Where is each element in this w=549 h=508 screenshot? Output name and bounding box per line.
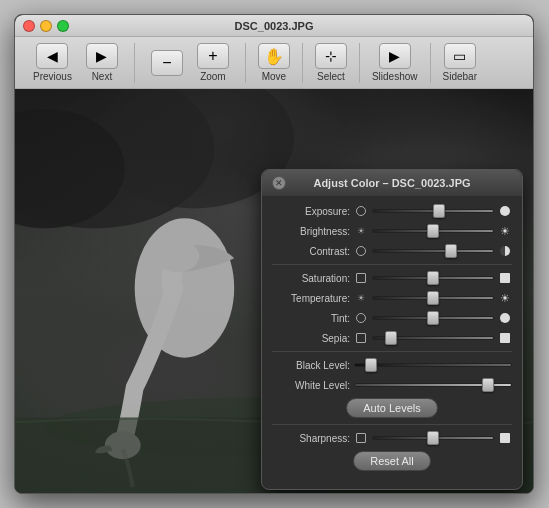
zoom-group: − + Zoom <box>145 39 235 86</box>
zoom-in-icon: + <box>197 43 229 69</box>
black-level-label: Black Level: <box>272 360 350 371</box>
separator-3 <box>302 43 303 83</box>
select-button[interactable]: ⊹ Select <box>309 39 353 86</box>
tint-row: Tint: <box>272 311 512 325</box>
previous-icon: ◀ <box>36 43 68 69</box>
image-area: ✕ Adjust Color – DSC_0023.JPG Exposure: <box>15 89 533 493</box>
saturation-icon-right <box>498 271 512 285</box>
saturation-icon-left <box>354 271 368 285</box>
select-label: Select <box>317 71 345 82</box>
auto-levels-button[interactable]: Auto Levels <box>346 398 437 418</box>
main-window: DSC_0023.JPG ◀ Previous ▶ Next − + Zoom <box>14 14 534 494</box>
next-button[interactable]: ▶ Next <box>80 39 124 86</box>
previous-button[interactable]: ◀ Previous <box>27 39 78 86</box>
slideshow-label: Slideshow <box>372 71 418 82</box>
tint-icon-right <box>498 311 512 325</box>
zoom-in-button[interactable]: + Zoom <box>191 39 235 86</box>
brightness-row: Brightness: ☀ ☀ <box>272 224 512 238</box>
tint-label: Tint: <box>272 313 350 324</box>
sharpness-icon-right <box>498 431 512 445</box>
exposure-icon-left <box>354 204 368 218</box>
window-title: DSC_0023.JPG <box>235 20 314 32</box>
brightness-label: Brightness: <box>272 226 350 237</box>
saturation-row: Saturation: <box>272 271 512 285</box>
separator-4 <box>359 43 360 83</box>
sepia-label: Sepia: <box>272 333 350 344</box>
contrast-icon-right <box>498 244 512 258</box>
zoom-out-button[interactable]: − <box>145 46 189 80</box>
sharpness-icon-left <box>354 431 368 445</box>
panel-title-bar: ✕ Adjust Color – DSC_0023.JPG <box>262 170 522 196</box>
tint-icon-left <box>354 311 368 325</box>
sharpness-label: Sharpness: <box>272 433 350 444</box>
temperature-row: Temperature: ☀ ☀ <box>272 291 512 305</box>
previous-label: Previous <box>33 71 72 82</box>
separator-1 <box>134 43 135 83</box>
close-button[interactable] <box>23 20 35 32</box>
contrast-icon-left <box>354 244 368 258</box>
move-icon: ✋ <box>258 43 290 69</box>
title-bar: DSC_0023.JPG <box>15 15 533 37</box>
exposure-label: Exposure: <box>272 206 350 217</box>
slideshow-button[interactable]: ▶ Slideshow <box>366 39 424 86</box>
move-button[interactable]: ✋ Move <box>252 39 296 86</box>
sidebar-label: Sidebar <box>443 71 477 82</box>
contrast-label: Contrast: <box>272 246 350 257</box>
zoom-label: Zoom <box>200 71 226 82</box>
black-level-slider[interactable] <box>354 358 512 372</box>
brightness-slider[interactable] <box>372 224 494 238</box>
maximize-button[interactable] <box>57 20 69 32</box>
separator-5 <box>430 43 431 83</box>
temperature-label: Temperature: <box>272 293 350 304</box>
panel-body: Exposure: Brightness: ☀ <box>262 196 522 479</box>
brightness-icon-left: ☀ <box>354 224 368 238</box>
sepia-slider[interactable] <box>372 331 494 345</box>
divider-1 <box>272 264 512 265</box>
sharpness-slider[interactable] <box>372 431 494 445</box>
sepia-icon-left <box>354 331 368 345</box>
sidebar-button[interactable]: ▭ Sidebar <box>437 39 483 86</box>
exposure-row: Exposure: <box>272 204 512 218</box>
white-level-slider[interactable] <box>354 378 512 392</box>
exposure-icon-right <box>498 204 512 218</box>
sepia-row: Sepia: <box>272 331 512 345</box>
temperature-slider[interactable] <box>372 291 494 305</box>
toolbar: ◀ Previous ▶ Next − + Zoom ✋ Move <box>15 37 533 89</box>
adjust-color-panel: ✕ Adjust Color – DSC_0023.JPG Exposure: <box>261 169 523 490</box>
white-level-row: White Level: <box>272 378 512 392</box>
saturation-label: Saturation: <box>272 273 350 284</box>
panel-title: Adjust Color – DSC_0023.JPG <box>313 177 470 189</box>
saturation-slider[interactable] <box>372 271 494 285</box>
sepia-icon-right <box>498 331 512 345</box>
nav-group: ◀ Previous ▶ Next <box>27 39 124 86</box>
slideshow-icon: ▶ <box>379 43 411 69</box>
next-label: Next <box>92 71 113 82</box>
black-level-row: Black Level: <box>272 358 512 372</box>
temperature-icon-left: ☀ <box>354 291 368 305</box>
sharpness-row: Sharpness: <box>272 431 512 445</box>
brightness-icon-right: ☀ <box>498 224 512 238</box>
temperature-icon-right: ☀ <box>498 291 512 305</box>
exposure-slider[interactable] <box>372 204 494 218</box>
zoom-out-icon: − <box>151 50 183 76</box>
contrast-row: Contrast: <box>272 244 512 258</box>
next-icon: ▶ <box>86 43 118 69</box>
move-label: Move <box>262 71 286 82</box>
divider-3 <box>272 424 512 425</box>
sidebar-icon: ▭ <box>444 43 476 69</box>
select-icon: ⊹ <box>315 43 347 69</box>
divider-2 <box>272 351 512 352</box>
white-level-label: White Level: <box>272 380 350 391</box>
tint-slider[interactable] <box>372 311 494 325</box>
reset-all-button[interactable]: Reset All <box>353 451 430 471</box>
contrast-slider[interactable] <box>372 244 494 258</box>
minimize-button[interactable] <box>40 20 52 32</box>
svg-point-6 <box>156 240 200 272</box>
traffic-lights <box>23 20 69 32</box>
separator-2 <box>245 43 246 83</box>
panel-close-button[interactable]: ✕ <box>272 176 286 190</box>
